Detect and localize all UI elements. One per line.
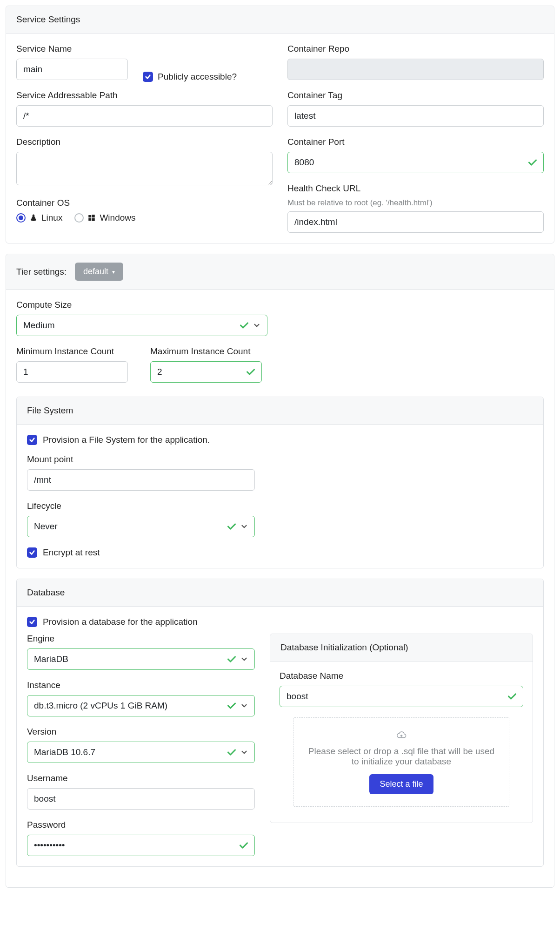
checkmark-icon — [27, 547, 37, 558]
instance-select[interactable] — [27, 695, 255, 716]
container-os-label: Container OS — [16, 198, 273, 208]
cloud-upload-icon — [396, 733, 407, 742]
instance-label: Instance — [27, 680, 255, 690]
service-path-input[interactable] — [16, 105, 273, 127]
max-instance-input[interactable] — [150, 361, 262, 383]
health-check-label: Health Check URL — [287, 183, 544, 194]
os-windows-label: Windows — [100, 213, 135, 223]
db-name-label: Database Name — [280, 671, 523, 681]
svg-rect-0 — [89, 215, 92, 217]
mount-point-input[interactable] — [27, 469, 255, 491]
min-instance-input[interactable] — [16, 361, 128, 383]
db-provision-label: Provision a database for the application — [43, 617, 198, 627]
description-textarea[interactable] — [16, 152, 273, 185]
username-input[interactable] — [27, 788, 255, 810]
checkmark-icon — [143, 72, 153, 82]
fs-provision-checkbox[interactable]: Provision a File System for the applicat… — [27, 435, 533, 445]
container-tag-input[interactable] — [287, 105, 544, 127]
service-settings-header: Service Settings — [6, 6, 554, 34]
publicly-accessible-label: Publicly accessible? — [158, 72, 237, 82]
file-drop-hint: Please select or drop a .sql file that w… — [308, 746, 495, 767]
file-drop-zone[interactable]: Please select or drop a .sql file that w… — [293, 717, 509, 807]
caret-down-icon: ▾ — [112, 269, 115, 275]
tier-settings-label: Tier settings: — [16, 267, 67, 277]
db-init-card: Database Initialization (Optional) Datab… — [270, 634, 533, 823]
container-port-label: Container Port — [287, 137, 544, 147]
username-label: Username — [27, 773, 255, 783]
svg-rect-3 — [92, 218, 95, 221]
tier-settings-card: Tier settings: default ▾ Compute Size Mi… — [6, 254, 554, 888]
svg-rect-2 — [89, 218, 92, 221]
container-tag-label: Container Tag — [287, 90, 544, 101]
file-system-header: File System — [17, 397, 543, 425]
version-select[interactable] — [27, 742, 255, 763]
checkmark-icon — [27, 435, 37, 445]
lifecycle-label: Lifecycle — [27, 501, 255, 511]
windows-icon — [87, 214, 96, 222]
fs-provision-label: Provision a File System for the applicat… — [43, 435, 210, 445]
select-file-button[interactable]: Select a file — [369, 774, 433, 794]
db-name-input[interactable] — [280, 686, 523, 707]
db-init-title: Database Initialization (Optional) — [280, 642, 408, 653]
service-settings-title: Service Settings — [16, 14, 80, 25]
db-provision-checkbox[interactable]: Provision a database for the application — [27, 617, 533, 627]
os-linux-label: Linux — [41, 213, 62, 223]
tier-settings-header: Tier settings: default ▾ — [6, 254, 554, 290]
description-label: Description — [16, 137, 273, 147]
file-system-card: File System Provision a File System for … — [16, 397, 544, 568]
db-init-header: Database Initialization (Optional) — [270, 634, 533, 662]
health-check-input[interactable] — [287, 211, 544, 233]
svg-rect-1 — [92, 215, 95, 217]
service-name-input[interactable] — [16, 59, 128, 80]
tier-dropdown-label: default — [83, 267, 108, 277]
encrypt-label: Encrypt at rest — [43, 547, 100, 558]
checkmark-icon — [27, 617, 37, 627]
database-title: Database — [27, 587, 65, 598]
container-port-input[interactable] — [287, 152, 544, 173]
database-header: Database — [17, 579, 543, 607]
file-system-title: File System — [27, 405, 73, 416]
password-input[interactable] — [27, 835, 255, 856]
service-name-label: Service Name — [16, 44, 128, 54]
encrypt-checkbox[interactable]: Encrypt at rest — [27, 547, 533, 558]
os-linux-radio[interactable]: Linux — [16, 213, 62, 223]
service-settings-card: Service Settings Service Name — [6, 6, 554, 243]
container-repo-input — [287, 59, 544, 80]
linux-icon — [29, 214, 38, 222]
service-path-label: Service Addressable Path — [16, 90, 273, 101]
compute-size-select[interactable] — [16, 315, 267, 336]
password-label: Password — [27, 820, 255, 830]
engine-select[interactable] — [27, 648, 255, 670]
container-repo-label: Container Repo — [287, 44, 544, 54]
publicly-accessible-checkbox[interactable]: Publicly accessible? — [143, 63, 237, 90]
tier-dropdown-button[interactable]: default ▾ — [75, 263, 123, 281]
os-windows-radio[interactable]: Windows — [74, 213, 135, 223]
mount-point-label: Mount point — [27, 454, 255, 465]
engine-label: Engine — [27, 634, 255, 644]
version-label: Version — [27, 727, 255, 737]
lifecycle-select[interactable] — [27, 516, 255, 537]
compute-size-label: Compute Size — [16, 300, 267, 310]
health-check-hint: Must be relative to root (eg. '/health.h… — [287, 198, 544, 208]
min-instance-label: Minimum Instance Count — [16, 346, 128, 357]
max-instance-label: Maximum Instance Count — [150, 346, 262, 357]
database-card: Database Provision a database for the ap… — [16, 579, 544, 867]
